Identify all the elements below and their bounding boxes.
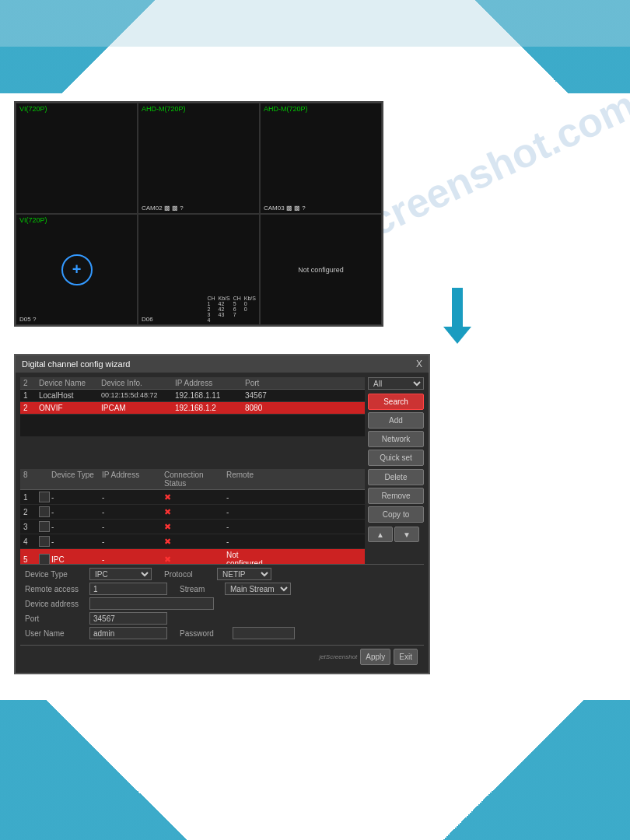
ch5-num: 5 [23,555,39,564]
ch-col-check [39,471,51,488]
ch-row-3[interactable]: 3 - - ✖ - [20,520,365,534]
ch3-status-icon: ✖ [164,522,226,532]
monitor-cell-4: VI(720P) D05 ? [16,214,138,325]
col-device-name: Device Name [39,379,101,387]
ch-table-rows: 1 - - ✖ - 2 - - ✖ - [20,490,365,564]
ch2-status-icon: ✖ [164,507,226,517]
device-list-rows: 1 LocalHost 00:12:15:5d:48:72 192.168.1.… [20,390,365,436]
row1-info: 00:12:15:5d:48:72 [101,391,175,400]
config-wizard-panel: Digital channel config wizard X 2 Device… [14,354,430,674]
device-list-header: 2 Device Name Device Info. IP Address Po… [20,377,365,390]
cell-5-cam: D06 [142,316,153,323]
delete-button[interactable]: Delete [368,469,424,485]
ch3-check[interactable] [39,521,50,532]
channel-table: 8 Device Type IP Address Connection Stat… [20,469,365,564]
cell-2-label: AHD-M(720P) [142,105,186,113]
monitor-panel: VI(720P) AHD-M(720P) CAM02 ▩ ▩ ? AHD-M(7… [14,101,383,338]
password-input[interactable] [233,627,295,639]
password-label: Password [180,629,226,638]
form-row-3: Device address [25,597,419,610]
remote-access-label: Remote access [25,585,83,593]
ch5-check[interactable] [39,554,50,564]
all-dropdown[interactable]: All [368,377,424,390]
cell-1-label: VI(720P) [19,105,47,113]
ch-row-5[interactable]: 5 IPC - ✖ Not configured [20,549,365,564]
row2-name: ONVIF [39,404,101,412]
device-type-label: Device Type [25,570,83,579]
ch-col-remote: Remote [226,471,265,488]
ch1-remote: - [226,493,265,502]
device-row-1[interactable]: 1 LocalHost 00:12:15:5d:48:72 192.168.1.… [20,390,365,402]
row1-port: 34567 [245,391,276,400]
arrow-head [443,327,471,344]
remove-button[interactable]: Remove [368,488,424,504]
port-label: Port [25,614,83,623]
form-row-2: Remote access Stream Main Stream [25,583,419,595]
ch3-remote: - [226,523,265,531]
ch-row-2[interactable]: 2 - - ✖ - [20,505,365,520]
form-row-1: Device Type IPC Protocol NETIP [25,568,419,580]
quick-set-button[interactable]: Quick set [368,450,424,466]
search-button[interactable]: Search [368,394,424,410]
port-input[interactable] [89,612,167,625]
monitor-grid: VI(720P) AHD-M(720P) CAM02 ▩ ▩ ? AHD-M(7… [16,103,382,325]
ch1-num: 1 [23,493,39,502]
wizard-body: 2 Device Name Device Info. IP Address Po… [16,373,429,673]
ch5-type: IPC [51,555,102,564]
ch2-ip: - [102,508,164,516]
monitor-cell-1: VI(720P) [16,103,138,214]
ch1-type: - [51,493,102,502]
wizard-titlebar: Digital channel config wizard X [16,355,429,373]
cell-3-label: AHD-M(720P) [264,105,308,113]
wizard-title: Digital channel config wizard [22,359,130,369]
remote-access-input[interactable] [89,583,167,595]
monitor-cell-5: D06 CHKb/SCHKb/S 14250 24260 3437 4 [138,214,260,325]
device-address-label: Device address [25,600,83,608]
device-row-2[interactable]: 2 ONVIF IPCAM 192.168.1.2 8080 [20,402,365,415]
protocol-select[interactable]: NETIP [217,568,271,580]
col-device-info: Device Info. [101,379,175,387]
ch1-status-icon: ✖ [164,492,226,502]
row2-info: IPCAM [101,404,175,412]
form-row-5: User Name Password [25,627,419,639]
ch4-ip: - [102,537,164,546]
ch-row-4[interactable]: 4 - - ✖ - [20,534,365,549]
not-configured-label: Not configured [298,266,344,274]
dvr-monitor-view: VI(720P) AHD-M(720P) CAM02 ▩ ▩ ? AHD-M(7… [14,101,383,327]
ch-col-status: Connection Status [164,471,226,488]
device-type-select[interactable]: IPC [89,568,152,580]
device-address-input[interactable] [89,597,214,610]
col-ip: IP Address [175,379,245,387]
col-num: 2 [23,379,39,387]
col-port: Port [245,379,276,387]
wizard-buttons-right-top: All Search Add Network Quick set [368,377,424,466]
ch1-check[interactable] [39,492,50,502]
cell-4-label: VI(720P) [19,216,47,224]
bg-bottom-right-shape [397,700,630,840]
add-button[interactable]: Add [368,412,424,429]
ch5-status: Not configured [226,551,265,564]
cell-4-cam: D05 ? [19,316,36,323]
ch-col-type: Device Type [51,471,102,488]
monitor-cell-2: AHD-M(720P) CAM02 ▩ ▩ ? [138,103,260,214]
ch2-type: - [51,508,102,516]
apply-button[interactable]: Apply [360,649,390,665]
cell-3-cam: CAM03 ▩ ▩ ? [264,205,306,212]
network-button[interactable]: Network [368,431,424,447]
nav-down-button[interactable]: ▼ [394,527,419,542]
ch4-remote: - [226,537,265,546]
ch2-check[interactable] [39,506,50,517]
nav-up-button[interactable]: ▲ [368,527,393,542]
copy-to-button[interactable]: Copy to [368,506,424,523]
wizard-close-button[interactable]: X [416,359,422,369]
ch5-status-icon: ✖ [164,555,226,565]
ch-buttons-right: Delete Remove Copy to ▲ ▼ [368,469,424,564]
form-row-4: Port [25,612,419,625]
ch-col-num: 8 [23,471,39,488]
stream-select[interactable]: Main Stream [225,583,291,595]
ch-row-1[interactable]: 1 - - ✖ - [20,490,365,505]
ch4-check[interactable] [39,536,50,547]
username-input[interactable] [89,627,167,639]
ch4-num: 4 [23,537,39,546]
exit-button[interactable]: Exit [394,649,418,665]
